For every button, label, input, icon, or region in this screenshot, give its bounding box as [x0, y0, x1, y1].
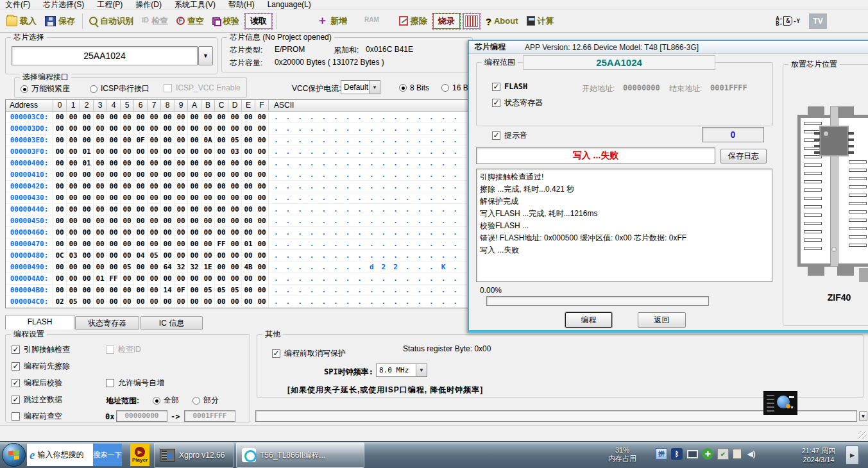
hex-byte-cell[interactable]: 00	[121, 192, 134, 203]
hex-byte-cell[interactable]: 00	[94, 169, 107, 180]
hex-byte-cell[interactable]: 00	[148, 135, 161, 146]
hex-byte-cell[interactable]: 00	[94, 204, 107, 215]
taskbar-search-input[interactable]: e 输入你想搜的	[27, 444, 93, 466]
hex-byte-cell[interactable]: 00	[215, 227, 228, 238]
hex-byte-cell[interactable]: 00	[94, 123, 107, 134]
hex-byte-cell[interactable]: 00	[94, 158, 107, 169]
unprotect-checkbox[interactable]: 编程前取消写保护	[272, 348, 346, 359]
hex-byte-cell[interactable]: 00	[67, 169, 80, 180]
radio-icsp[interactable]: ICSP串行接口	[90, 83, 149, 94]
menu-item-2[interactable]: 工程(P)	[97, 0, 123, 10]
hex-byte-cell[interactable]: 00	[80, 296, 94, 307]
hex-byte-cell[interactable]: 05	[201, 285, 215, 296]
pin-check-checkbox[interactable]: 引脚接触检查	[12, 344, 70, 355]
hex-byte-cell[interactable]: 00	[94, 192, 107, 203]
hex-byte-cell[interactable]: 0F	[174, 285, 188, 296]
hex-byte-cell[interactable]: 00	[80, 227, 94, 238]
hex-byte-cell[interactable]: 00	[228, 250, 242, 261]
hex-byte-cell[interactable]: 0C	[53, 250, 67, 261]
hex-byte-cell[interactable]: 00	[148, 285, 161, 296]
hex-byte-cell[interactable]: 00	[215, 123, 228, 134]
hex-byte-cell[interactable]: 00	[242, 192, 255, 203]
erase-before-checkbox[interactable]: 编程前先擦除	[12, 361, 70, 372]
hex-byte-cell[interactable]: 00	[148, 192, 161, 203]
skip-blank-checkbox[interactable]: 跳过空数据	[12, 394, 62, 405]
hex-byte-cell[interactable]: 00	[94, 181, 107, 192]
hex-byte-cell[interactable]: 00	[161, 135, 174, 146]
chevron-down-icon[interactable]: ▼	[369, 81, 380, 94]
network-tray-icon[interactable]	[686, 448, 698, 460]
flash-checkbox[interactable]: FLASH	[492, 82, 527, 91]
hex-byte-cell[interactable]: 00	[80, 273, 94, 284]
hex-byte-cell[interactable]: 00	[242, 135, 255, 146]
hex-byte-cell[interactable]: 00	[174, 204, 188, 215]
hex-byte-cell[interactable]: 00	[174, 158, 188, 169]
hex-byte-cell[interactable]: 00	[148, 158, 161, 169]
hex-byte-cell[interactable]: 00	[201, 238, 215, 249]
program-button[interactable]: 编程	[565, 312, 612, 328]
resize-grip[interactable]	[858, 431, 867, 439]
tv-button[interactable]: TV	[809, 13, 827, 29]
tab-ic-info[interactable]: IC 信息	[140, 316, 203, 330]
hex-byte-cell[interactable]: 00	[228, 112, 242, 122]
hex-byte-cell[interactable]: 00	[134, 169, 148, 180]
hex-byte-cell[interactable]: 00	[121, 285, 134, 296]
hex-byte-cell[interactable]: 00	[134, 146, 148, 157]
hex-byte-cell[interactable]: 00	[161, 215, 174, 226]
hex-byte-cell[interactable]: 00	[53, 169, 67, 180]
hex-byte-cell[interactable]: 00	[255, 135, 269, 146]
hex-byte-cell[interactable]: 00	[201, 181, 215, 192]
hex-byte-cell[interactable]: 00	[215, 112, 228, 122]
hex-byte-cell[interactable]: 05	[228, 285, 242, 296]
hex-byte-cell[interactable]: 00	[174, 112, 188, 122]
hex-byte-cell[interactable]: 1E	[201, 262, 215, 272]
hex-byte-cell[interactable]: 00	[188, 215, 201, 226]
hex-byte-cell[interactable]: 00	[94, 238, 107, 249]
chip-dropdown-button[interactable]: ▼	[198, 46, 213, 65]
hex-byte-cell[interactable]: 00	[215, 296, 228, 307]
hex-byte-cell[interactable]: FF	[215, 238, 228, 249]
hex-byte-cell[interactable]: 00	[201, 146, 215, 157]
verify-button[interactable]: 校验	[210, 13, 242, 29]
hex-byte-cell[interactable]: 00	[53, 285, 67, 296]
hex-byte-cell[interactable]: 00	[67, 215, 80, 226]
back-button[interactable]: 返回	[638, 312, 686, 328]
hex-byte-cell[interactable]: 00	[67, 158, 80, 169]
calc-button[interactable]: 计算	[524, 13, 557, 29]
auto-increment-checkbox[interactable]: 允许编号自增	[106, 378, 164, 389]
menu-item-3[interactable]: 操作(D)	[135, 0, 162, 10]
tab-flash[interactable]: FLASH	[5, 315, 74, 330]
hex-byte-cell[interactable]: 00	[228, 181, 242, 192]
radio-range-part[interactable]: 部分	[192, 395, 219, 406]
hex-byte-cell[interactable]: 05	[67, 296, 80, 307]
hex-byte-cell[interactable]: 00	[215, 204, 228, 215]
hex-byte-cell[interactable]: 00	[134, 123, 148, 134]
hex-byte-cell[interactable]: 00	[255, 262, 269, 272]
hex-byte-cell[interactable]: 00	[242, 273, 255, 284]
hex-byte-cell[interactable]: 00	[134, 238, 148, 249]
hex-byte-cell[interactable]: 05	[121, 262, 134, 272]
hex-byte-cell[interactable]: 00	[53, 238, 67, 249]
hex-byte-cell[interactable]: 00	[174, 227, 188, 238]
hex-byte-cell[interactable]: 00	[107, 296, 121, 307]
hex-byte-cell[interactable]: 00	[148, 273, 161, 284]
tab-status-register[interactable]: 状态寄存器	[75, 316, 139, 330]
hex-byte-cell[interactable]: 00	[134, 273, 148, 284]
hex-byte-cell[interactable]: 00	[67, 204, 80, 215]
hex-byte-cell[interactable]: 02	[53, 296, 67, 307]
hex-byte-cell[interactable]: 00	[215, 273, 228, 284]
burn-button[interactable]: 烧录	[433, 13, 460, 29]
hex-byte-cell[interactable]: 00	[188, 123, 201, 134]
radio-universal-socket[interactable]: 万能锁紧座	[21, 83, 70, 94]
menu-item-4[interactable]: 系统工具(V)	[174, 0, 216, 10]
hex-byte-cell[interactable]: 00	[228, 215, 242, 226]
hex-byte-cell[interactable]: 00	[121, 158, 134, 169]
save-button[interactable]: 保存	[42, 13, 78, 29]
hex-byte-cell[interactable]: 00	[255, 146, 269, 157]
scroll-down-button[interactable]: ▼	[859, 411, 867, 421]
hex-byte-cell[interactable]: 00	[242, 169, 255, 180]
hex-byte-cell[interactable]: 00	[174, 181, 188, 192]
hex-byte-cell[interactable]: 00	[80, 285, 94, 296]
hex-byte-cell[interactable]: 00	[107, 192, 121, 203]
hex-byte-cell[interactable]: 01	[80, 146, 94, 157]
